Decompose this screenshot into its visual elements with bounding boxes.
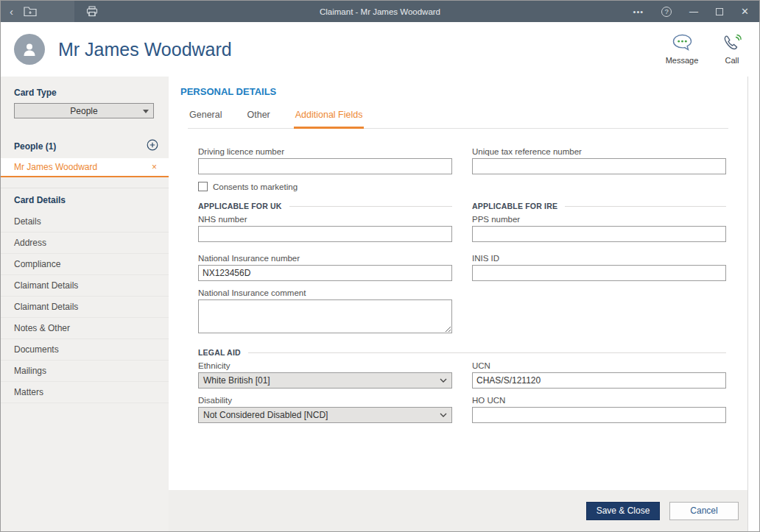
sidebar-item-notes-other[interactable]: Notes & Other (1, 318, 169, 339)
sidebar: Card Type People People (1) Mr James Woo… (1, 77, 169, 531)
person-name: Mr James Woodward (14, 162, 97, 172)
people-header-row: People (1) (1, 136, 169, 158)
nhs-field: NHS number (198, 215, 452, 242)
ni-comment-textarea[interactable] (198, 299, 452, 333)
card-details-header: Card Details (1, 188, 169, 211)
uk-section-header: APPLICABLE FOR UK (198, 202, 452, 210)
driving-licence-label: Driving licence number (198, 147, 452, 156)
ni-comment-field: National Insurance comment (198, 288, 452, 336)
ire-section-header: APPLICABLE FOR IRE (472, 202, 726, 210)
save-close-button[interactable]: Save & Close (586, 502, 660, 520)
ni-number-input[interactable] (198, 265, 452, 281)
legal-aid-title: LEGAL AID (198, 348, 241, 357)
card-type-dropdown[interactable]: People (14, 103, 154, 118)
sidebar-item-compliance[interactable]: Compliance (1, 254, 169, 275)
uk-section-rule (289, 206, 452, 207)
sidebar-item-person[interactable]: Mr James Woodward × (1, 158, 169, 177)
sidebar-item-address[interactable]: Address (1, 233, 169, 254)
legal-aid-header: LEGAL AID (198, 348, 726, 357)
inis-label: INIS ID (472, 254, 726, 263)
driving-licence-input[interactable] (198, 158, 452, 174)
disability-value: Not Considered Disabled [NCD] (203, 410, 440, 420)
add-person-icon[interactable] (147, 139, 158, 153)
sidebar-item-claimant-details-1[interactable]: Claimant Details (1, 275, 169, 297)
titlebar-controls: ••• ? — ✕ (633, 6, 759, 17)
pps-label: PPS number (472, 215, 726, 224)
sidebar-item-claimant-details-2[interactable]: Claimant Details (1, 297, 169, 318)
ethnicity-select[interactable]: White British [01] (198, 372, 452, 389)
minimize-icon[interactable]: — (689, 7, 698, 17)
sidebar-spacer (1, 177, 169, 188)
card-header: Mr James Woodward Message (1, 22, 759, 77)
content-column: PERSONAL DETAILS General Other Additiona… (169, 77, 747, 531)
driving-licence-field: Driving licence number (198, 147, 452, 174)
call-icon (722, 34, 742, 54)
unique-tax-field: Unique tax reference number (472, 147, 726, 174)
titlebar-left-segment: ‹ (1, 1, 74, 22)
call-label: Call (725, 56, 739, 65)
ni-number-label: National Insurance number (198, 254, 452, 263)
personal-details-panel: PERSONAL DETAILS General Other Additiona… (169, 77, 747, 490)
message-label: Message (666, 56, 699, 65)
back-icon[interactable]: ‹ (10, 6, 13, 17)
call-button[interactable]: Call (715, 34, 749, 65)
disability-select[interactable]: Not Considered Disabled [NCD] (198, 407, 452, 423)
consents-row: Consents to marketing (198, 182, 728, 191)
disability-label: Disability (198, 396, 452, 405)
uk-section-title: APPLICABLE FOR UK (198, 202, 282, 210)
legal-aid-rule (248, 352, 726, 353)
avatar (14, 34, 45, 65)
tab-other[interactable]: Other (245, 110, 271, 128)
ni-comment-label: National Insurance comment (198, 288, 452, 297)
title-bar: ‹ Claimant - Mr James Woodward ••• ? — ✕ (1, 1, 759, 22)
nhs-input[interactable] (198, 226, 452, 242)
additional-fields-form: Driving licence number Unique tax refere… (198, 147, 728, 423)
ho-ucn-label: HO UCN (472, 396, 726, 405)
tab-additional-fields[interactable]: Additional Fields (294, 110, 365, 129)
sidebar-item-documents[interactable]: Documents (1, 339, 169, 361)
people-count-label: People (1) (14, 141, 56, 152)
sidebar-item-matters[interactable]: Matters (1, 382, 169, 403)
message-icon (672, 34, 692, 54)
tab-bar: General Other Additional Fields (188, 110, 728, 129)
ni-number-field: National Insurance number (198, 254, 452, 281)
unique-tax-input[interactable] (472, 158, 726, 174)
help-icon[interactable]: ? (661, 7, 672, 17)
message-button[interactable]: Message (665, 34, 699, 65)
chevron-down-icon (143, 110, 149, 113)
sidebar-item-mailings[interactable]: Mailings (1, 361, 169, 382)
card-type-value: People (15, 106, 153, 116)
disability-field: Disability Not Considered Disabled [NCD] (198, 396, 452, 423)
ucn-label: UCN (472, 361, 726, 370)
more-options-icon[interactable]: ••• (633, 7, 644, 16)
ethnicity-field: Ethnicity White British [01] (198, 361, 452, 389)
chevron-down-icon (440, 378, 447, 383)
pps-input[interactable] (472, 226, 726, 242)
footer-bar: Save & Close Cancel (169, 490, 747, 531)
ire-section-rule (565, 206, 726, 207)
ho-ucn-field: HO UCN (472, 396, 726, 423)
card-details-section: Card Details Details Address Compliance … (1, 188, 169, 403)
remove-person-icon[interactable]: × (152, 162, 157, 172)
cancel-button[interactable]: Cancel (669, 502, 739, 520)
maximize-icon[interactable] (716, 8, 723, 15)
header-actions: Message Call (665, 34, 749, 65)
ucn-field: UCN (472, 361, 726, 389)
ire-section-title: APPLICABLE FOR IRE (472, 202, 557, 210)
main-area: Card Type People People (1) Mr James Woo… (1, 77, 759, 531)
tab-general[interactable]: General (188, 110, 223, 128)
ho-ucn-input[interactable] (472, 407, 726, 423)
app-window: ‹ Claimant - Mr James Woodward ••• ? — ✕ (0, 0, 760, 532)
print-icon[interactable] (86, 6, 98, 17)
pps-field: PPS number (472, 215, 726, 242)
section-title: PERSONAL DETAILS (180, 86, 728, 97)
close-icon[interactable]: ✕ (741, 6, 749, 17)
consents-checkbox[interactable] (198, 182, 208, 191)
ethnicity-value: White British [01] (203, 375, 440, 386)
sidebar-item-details[interactable]: Details (1, 211, 169, 233)
right-gutter (747, 77, 759, 531)
save-folder-icon[interactable] (24, 7, 37, 17)
page-title: Mr James Woodward (58, 39, 232, 60)
ucn-input[interactable] (472, 372, 726, 389)
inis-input[interactable] (472, 265, 726, 281)
